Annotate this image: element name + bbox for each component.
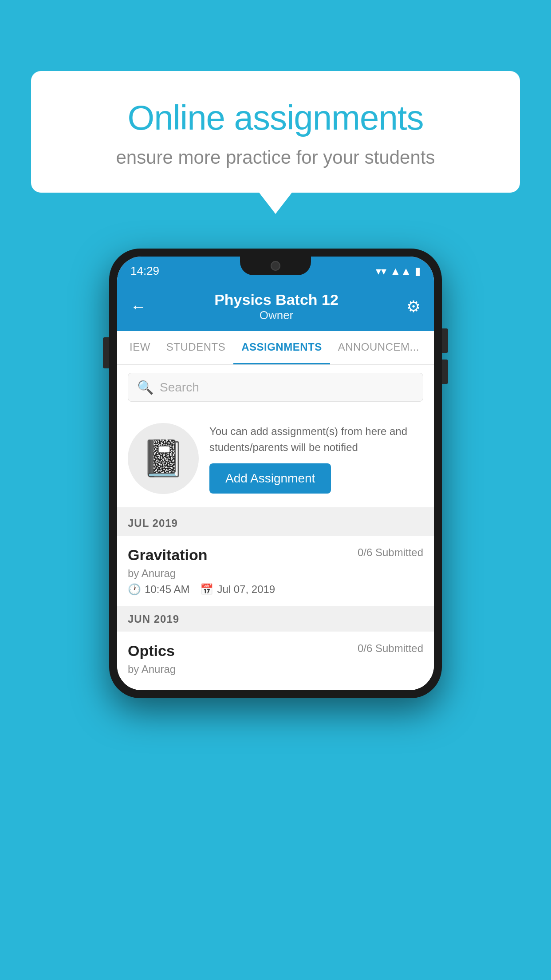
assignment-by-gravitation: by Anurag [128, 567, 423, 580]
assignment-date-gravitation: 📅 Jul 07, 2019 [200, 583, 275, 596]
tab-bar: IEW STUDENTS ASSIGNMENTS ANNOUNCEM... [117, 331, 434, 365]
assignment-by-optics: by Anurag [128, 663, 423, 676]
camera [271, 261, 280, 271]
promo-description: You can add assignment(s) from here and … [209, 423, 423, 455]
status-time: 14:29 [130, 264, 159, 278]
volume-button-2 [442, 360, 448, 384]
battery-icon: ▮ [415, 265, 421, 277]
app-header: ← Physics Batch 12 Owner ⚙ [117, 283, 434, 331]
tab-iew[interactable]: IEW [122, 331, 158, 364]
phone-outer: 14:29 ▾▾ ▲▲ ▮ ← Physics Batch 12 Owner ⚙… [109, 249, 442, 698]
assignment-submitted-gravitation: 0/6 Submitted [358, 546, 423, 559]
assignment-submitted-optics: 0/6 Submitted [358, 642, 423, 655]
tab-students[interactable]: STUDENTS [158, 331, 233, 364]
notebook-icon: 📓 [141, 438, 185, 479]
status-icons: ▾▾ ▲▲ ▮ [376, 265, 421, 277]
add-assignment-button[interactable]: Add Assignment [209, 463, 331, 494]
calendar-icon: 📅 [200, 583, 213, 596]
assignment-header-optics: Optics 0/6 Submitted [128, 642, 423, 660]
clock-icon: 🕐 [128, 583, 141, 596]
search-container: 🔍 Search [117, 365, 434, 410]
speech-bubble-container: Online assignments ensure more practice … [31, 71, 520, 193]
search-bar[interactable]: 🔍 Search [128, 373, 423, 402]
speech-bubble-subtitle: ensure more practice for your students [62, 147, 489, 168]
assignment-time-value: 10:45 AM [145, 583, 189, 596]
assignment-item-gravitation[interactable]: Gravitation 0/6 Submitted by Anurag 🕐 10… [117, 536, 434, 607]
header-subtitle: Owner [146, 308, 406, 322]
speech-bubble-title: Online assignments [62, 98, 489, 138]
assignment-title-optics: Optics [128, 642, 175, 660]
signal-icon: ▲▲ [390, 265, 411, 277]
volume-button-1 [442, 328, 448, 353]
assignment-title-gravitation: Gravitation [128, 546, 207, 564]
tab-assignments[interactable]: ASSIGNMENTS [233, 331, 330, 364]
header-center: Physics Batch 12 Owner [146, 291, 406, 322]
search-placeholder: Search [160, 380, 199, 395]
promo-icon-circle: 📓 [128, 423, 199, 494]
section-header-jun-2019: JUN 2019 [117, 607, 434, 632]
tab-announcements[interactable]: ANNOUNCEM... [330, 331, 427, 364]
phone-screen: 14:29 ▾▾ ▲▲ ▮ ← Physics Batch 12 Owner ⚙… [117, 257, 434, 690]
assignment-date-value: Jul 07, 2019 [217, 583, 275, 596]
wifi-icon: ▾▾ [376, 265, 386, 277]
assignment-date-row-gravitation: 🕐 10:45 AM 📅 Jul 07, 2019 [128, 583, 423, 596]
settings-gear-icon[interactable]: ⚙ [406, 297, 421, 316]
phone-wrapper: 14:29 ▾▾ ▲▲ ▮ ← Physics Batch 12 Owner ⚙… [109, 249, 442, 698]
search-icon: 🔍 [137, 379, 153, 395]
speech-bubble: Online assignments ensure more practice … [31, 71, 520, 193]
assignment-header-gravitation: Gravitation 0/6 Submitted [128, 546, 423, 564]
promo-content: You can add assignment(s) from here and … [209, 423, 423, 494]
notch [240, 257, 311, 275]
back-button[interactable]: ← [130, 297, 146, 316]
section-header-jul-2019: JUL 2019 [117, 511, 434, 536]
assignment-time-gravitation: 🕐 10:45 AM [128, 583, 189, 596]
promo-card: 📓 You can add assignment(s) from here an… [117, 410, 434, 511]
assignment-item-optics[interactable]: Optics 0/6 Submitted by Anurag [117, 632, 434, 690]
header-title: Physics Batch 12 [146, 291, 406, 308]
